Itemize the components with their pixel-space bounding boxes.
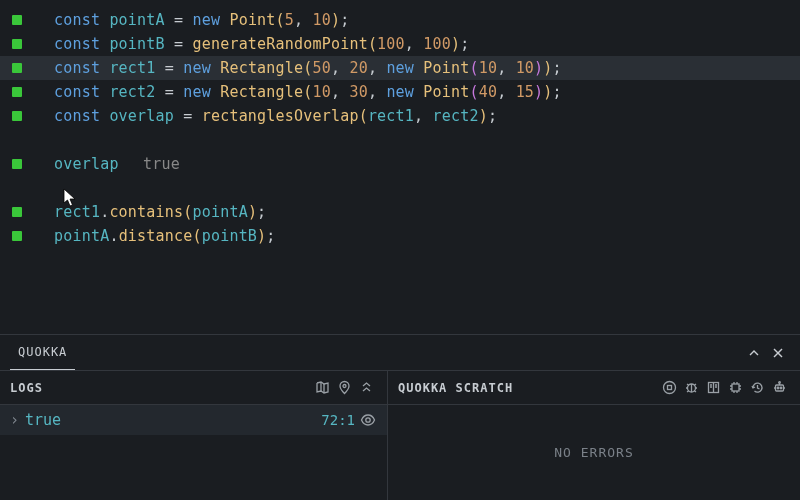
bug-icon[interactable] bbox=[680, 377, 702, 399]
code-content[interactable]: overlap true bbox=[26, 155, 180, 173]
log-position[interactable]: 72:1 bbox=[321, 412, 359, 428]
chevron-up-icon[interactable] bbox=[742, 341, 766, 365]
stop-icon[interactable] bbox=[658, 377, 680, 399]
log-entry[interactable]: › true 72:1 bbox=[0, 405, 387, 435]
coverage-square-icon bbox=[12, 159, 22, 169]
collapse-icon[interactable] bbox=[355, 377, 377, 399]
chip-icon[interactable] bbox=[724, 377, 746, 399]
code-content[interactable]: rect1.contains(pointA); bbox=[26, 203, 266, 221]
svg-rect-22 bbox=[732, 384, 739, 391]
svg-point-4 bbox=[343, 385, 346, 388]
code-content[interactable]: const rect1 = new Rectangle(50, 20, new … bbox=[26, 59, 562, 77]
scratch-title: QUOKKA SCRATCH bbox=[398, 381, 513, 395]
code-line[interactable]: overlap true bbox=[0, 152, 800, 176]
scratch-header: QUOKKA SCRATCH bbox=[388, 371, 800, 405]
logs-header: LOGS bbox=[0, 371, 387, 405]
code-editor[interactable]: const pointA = new Point(5, 10);const po… bbox=[0, 0, 800, 334]
book-icon[interactable] bbox=[702, 377, 724, 399]
coverage-square-icon bbox=[12, 63, 22, 73]
code-content[interactable]: const pointB = generateRandomPoint(100, … bbox=[26, 35, 469, 53]
gutter-marker bbox=[8, 111, 26, 121]
gutter-marker bbox=[8, 207, 26, 217]
coverage-square-icon bbox=[12, 39, 22, 49]
svg-line-14 bbox=[687, 391, 689, 393]
svg-line-13 bbox=[694, 384, 696, 386]
gutter-marker bbox=[8, 159, 26, 169]
gutter-marker bbox=[8, 63, 26, 73]
gutter-marker bbox=[8, 87, 26, 97]
code-content[interactable]: const overlap = rectanglesOverlap(rect1,… bbox=[26, 107, 497, 125]
chevron-right-icon: › bbox=[10, 411, 25, 429]
svg-rect-7 bbox=[667, 386, 671, 390]
inline-result: true bbox=[119, 155, 180, 173]
svg-point-35 bbox=[778, 382, 780, 384]
history-icon[interactable] bbox=[746, 377, 768, 399]
coverage-square-icon bbox=[12, 15, 22, 25]
scratch-status: NO ERRORS bbox=[388, 405, 800, 500]
svg-point-33 bbox=[780, 387, 782, 389]
code-line[interactable] bbox=[0, 128, 800, 152]
svg-line-15 bbox=[694, 391, 696, 393]
code-content[interactable]: pointA.distance(pointB); bbox=[26, 227, 276, 245]
log-value: true bbox=[25, 411, 61, 429]
code-line[interactable]: const rect1 = new Rectangle(50, 20, new … bbox=[0, 56, 800, 80]
close-icon[interactable] bbox=[766, 341, 790, 365]
code-line[interactable]: pointA.distance(pointB); bbox=[0, 224, 800, 248]
eye-icon[interactable] bbox=[359, 411, 377, 429]
logs-pane: LOGS › true 72:1 bbox=[0, 371, 388, 500]
robot-icon[interactable] bbox=[768, 377, 790, 399]
code-line[interactable] bbox=[0, 176, 800, 200]
logs-title: LOGS bbox=[10, 381, 43, 395]
code-content[interactable]: const pointA = new Point(5, 10); bbox=[26, 11, 349, 29]
coverage-square-icon bbox=[12, 87, 22, 97]
coverage-square-icon bbox=[12, 207, 22, 217]
panel-tab-bar: QUOKKA bbox=[0, 334, 800, 370]
svg-point-32 bbox=[777, 387, 779, 389]
coverage-square-icon bbox=[12, 111, 22, 121]
map-icon[interactable] bbox=[311, 377, 333, 399]
scratch-pane: QUOKKA SCRATCH NO ERRORS bbox=[388, 371, 800, 500]
svg-point-5 bbox=[366, 418, 370, 422]
code-content[interactable]: const rect2 = new Rectangle(10, 30, new … bbox=[26, 83, 562, 101]
code-line[interactable]: const pointB = generateRandomPoint(100, … bbox=[0, 32, 800, 56]
code-line[interactable]: const overlap = rectanglesOverlap(rect1,… bbox=[0, 104, 800, 128]
gutter-marker bbox=[8, 231, 26, 241]
coverage-square-icon bbox=[12, 231, 22, 241]
panel-body: LOGS › true 72:1 QUOKKA SCRATCH bbox=[0, 370, 800, 500]
gutter-marker bbox=[8, 39, 26, 49]
code-line[interactable]: const rect2 = new Rectangle(10, 30, new … bbox=[0, 80, 800, 104]
location-icon[interactable] bbox=[333, 377, 355, 399]
tab-quokka[interactable]: QUOKKA bbox=[10, 335, 75, 370]
code-line[interactable]: const pointA = new Point(5, 10); bbox=[0, 8, 800, 32]
code-line[interactable]: rect1.contains(pointA); bbox=[0, 200, 800, 224]
gutter-marker bbox=[8, 15, 26, 25]
svg-point-6 bbox=[663, 382, 675, 394]
svg-line-12 bbox=[687, 384, 689, 386]
